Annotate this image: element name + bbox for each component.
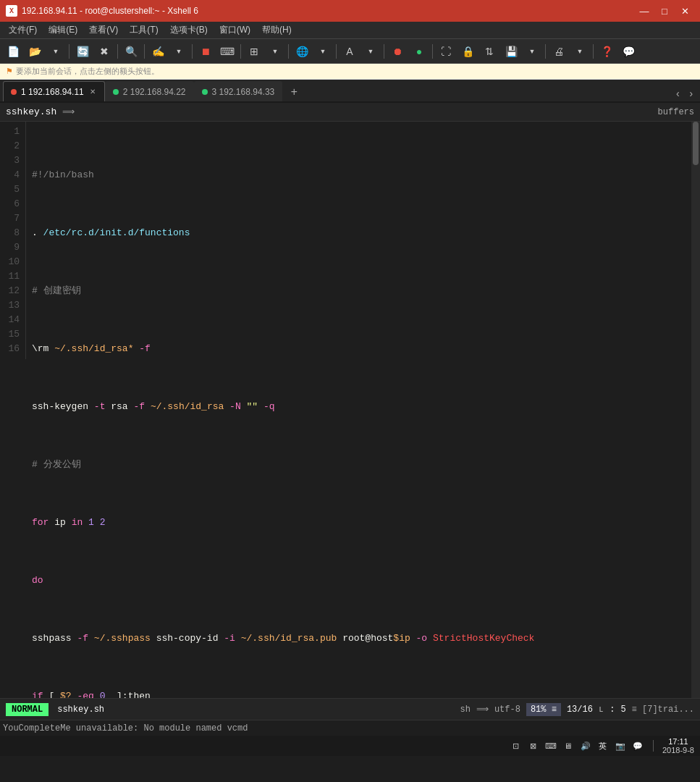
toolbar-layout-dropdown[interactable]: ▼ (265, 42, 285, 61)
toolbar-open-dropdown[interactable]: ▼ (46, 42, 66, 61)
toolbar-record[interactable]: ● (409, 42, 429, 61)
tray-icon-monitor[interactable]: 🖥 (562, 739, 575, 752)
toolbar-search[interactable]: 🔍 (121, 42, 141, 61)
menu-bar: 文件(F) 编辑(E) 查看(V) 工具(T) 选项卡(B) 窗口(W) 帮助(… (0, 22, 700, 39)
title-bar-controls: — □ ✕ (635, 4, 694, 18)
toolbar-stop2[interactable]: ⏺ (387, 42, 408, 61)
code-line-3: # 创建密钥 (32, 284, 686, 298)
tray-icon-2[interactable]: ⊠ (527, 739, 540, 752)
line-num-7: 7 (0, 211, 20, 226)
menu-window[interactable]: 窗口(W) (214, 22, 256, 39)
tray-icon-camera[interactable]: 📷 (614, 739, 627, 752)
toolbar-cmd[interactable]: ⌨ (217, 42, 237, 61)
code-line-10: if [ $? -eq 0 ];then (32, 689, 686, 698)
menu-tabs[interactable]: 选项卡(B) (164, 22, 214, 39)
toolbar-print[interactable]: 🖨 (549, 42, 569, 61)
tabs-bar: 1 192.168.94.11 ✕ 2 192.168.94.22 3 192.… (0, 80, 700, 103)
line-num-16: 16 (0, 342, 20, 356)
toolbar-color-dropdown[interactable]: ▼ (313, 42, 333, 61)
tray-icons: ⊡ ⊠ ⌨ 🖥 🔊 英 📷 💬 (510, 739, 644, 752)
toolbar-sep-8 (384, 44, 384, 59)
toolbar-lock[interactable]: 🔒 (457, 42, 478, 61)
toolbar-stop[interactable]: ⏹ (195, 42, 216, 61)
notification-bar: ⚑ 要添加当前会话，点击左侧的额头按钮。 (0, 64, 700, 80)
scrollbar[interactable] (691, 122, 700, 698)
toolbar-new[interactable]: 📄 (3, 42, 23, 61)
toolbar-help[interactable]: ❓ (596, 42, 617, 61)
menu-file[interactable]: 文件(F) (3, 22, 43, 39)
toolbar-font-group: A ▼ (340, 42, 381, 61)
toolbar-layout[interactable]: ⊞ (244, 42, 264, 61)
tab-2-dot (113, 89, 119, 95)
bottom-bar: YouCompleteMe unavailable: No module nam… (0, 720, 700, 736)
line-num-11: 11 (0, 269, 20, 284)
code-line-6: # 分发公钥 (32, 458, 686, 472)
line-num-1: 1 (0, 125, 20, 139)
toolbar-font[interactable]: A (340, 42, 360, 61)
tray-icon-msg[interactable]: 💬 (631, 739, 644, 752)
status-filename: sshkey.sh (57, 705, 104, 715)
tab-prev-arrow[interactable]: ‹ (672, 87, 683, 101)
tab-next-arrow[interactable]: › (686, 87, 697, 101)
toolbar-fullscreen[interactable]: ⛶ (436, 42, 456, 61)
toolbar-compose[interactable]: ✍ (148, 42, 168, 61)
status-bar: NORMAL sshkey.sh sh ⟹ utf-8 81% ≡ 13/16 … (0, 698, 700, 720)
code-content[interactable]: #!/bin/bash . /etc/rc.d/init.d/functions… (26, 122, 691, 698)
toolbar-sep-3 (144, 44, 145, 59)
tab-3[interactable]: 3 192.168.94.33 (194, 81, 283, 101)
tab-2[interactable]: 2 192.168.94.22 (105, 81, 194, 101)
close-button[interactable]: ✕ (675, 4, 694, 18)
toolbar-transfer[interactable]: ⇅ (479, 42, 499, 61)
tray-icon-keyboard[interactable]: ⌨ (544, 739, 557, 752)
buffers-label: buffers (658, 107, 694, 117)
tray-icon-1[interactable]: ⊡ (510, 739, 523, 752)
toolbar-sep-2 (117, 44, 118, 59)
code-area[interactable]: 1 2 3 4 5 6 7 8 9 10 11 12 13 14 15 16 #… (0, 122, 700, 698)
menu-tools[interactable]: 工具(T) (124, 22, 164, 39)
toolbar-disconnect[interactable]: ✖ (94, 42, 114, 61)
toolbar-save-group: 💾 ▼ (501, 42, 542, 61)
status-position: 13/16 (567, 705, 593, 715)
toolbar-compose-dropdown[interactable]: ▼ (169, 42, 189, 61)
menu-view[interactable]: 查看(V) (83, 22, 124, 39)
toolbar-color-group: 🌐 ▼ (292, 42, 333, 61)
menu-help[interactable]: 帮助(H) (256, 22, 298, 39)
line-num-12: 12 (0, 284, 20, 298)
toolbar-color[interactable]: 🌐 (292, 42, 312, 61)
title-bar: X 192.168.94.11 - root@clustershell:~ - … (0, 0, 700, 22)
maximize-button[interactable]: □ (655, 4, 674, 18)
tab-1-label: 1 192.168.94.11 (21, 87, 84, 97)
toolbar-save-dropdown[interactable]: ▼ (522, 42, 542, 61)
status-linesep: ʟ (599, 704, 604, 715)
toolbar-reconnect[interactable]: 🔄 (72, 42, 93, 61)
tray-icon-volume[interactable]: 🔊 (579, 739, 592, 752)
status-progress-sep: ≡ (552, 705, 557, 715)
toolbar-print-group: 🖨 ▼ (549, 42, 590, 61)
line-num-6: 6 (0, 197, 20, 211)
toolbar-sep-10 (545, 44, 546, 59)
minimize-button[interactable]: — (635, 4, 654, 18)
toolbar-save[interactable]: 💾 (501, 42, 521, 61)
tray-icon-lang[interactable]: 英 (596, 739, 610, 752)
toolbar-font-dropdown[interactable]: ▼ (360, 42, 381, 61)
menu-edit[interactable]: 编辑(E) (43, 22, 83, 39)
status-progress: 81% (531, 705, 547, 715)
toolbar-print-dropdown[interactable]: ▼ (570, 42, 590, 61)
tab-3-dot (202, 89, 208, 95)
code-line-7: for ip in 1 2 (32, 516, 686, 530)
editor-container: 1 2 3 4 5 6 7 8 9 10 11 12 13 14 15 16 #… (0, 122, 700, 698)
toolbar-sep-9 (432, 44, 433, 59)
toolbar: 📄 📂 ▼ 🔄 ✖ 🔍 ✍ ▼ ⏹ ⌨ ⊞ ▼ 🌐 ▼ A ▼ ⏺ ● ⛶ 🔒 … (0, 39, 700, 64)
line-num-13: 13 (0, 298, 20, 313)
line-numbers: 1 2 3 4 5 6 7 8 9 10 11 12 13 14 15 16 (0, 122, 26, 359)
tab-1[interactable]: 1 192.168.94.11 ✕ (3, 81, 105, 101)
tab-add-button[interactable]: + (285, 84, 303, 101)
toolbar-chat[interactable]: 💬 (618, 42, 638, 61)
line-num-3: 3 (0, 154, 20, 168)
tab-1-close[interactable]: ✕ (88, 87, 97, 96)
scroll-thumb[interactable] (693, 122, 699, 165)
toolbar-open[interactable]: 📂 (25, 42, 45, 61)
status-extra: ≡ [7]trai... (632, 705, 694, 715)
line-num-15: 15 (0, 327, 20, 342)
toolbar-compose-group: ✍ ▼ (148, 42, 189, 61)
